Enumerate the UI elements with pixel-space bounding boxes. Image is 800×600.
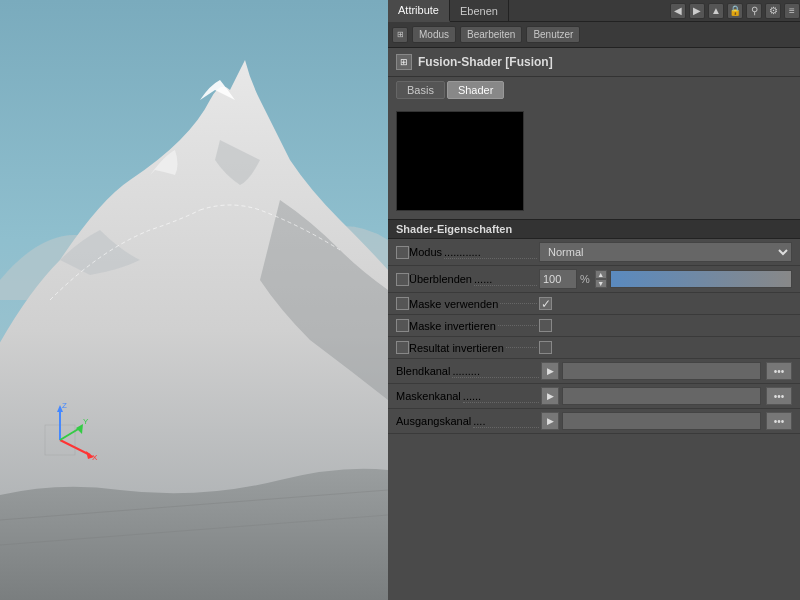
svg-text:Y: Y <box>83 417 89 426</box>
bearbeiten-button[interactable]: Bearbeiten <box>460 26 522 43</box>
maske-verwenden-checkbox[interactable] <box>396 297 409 310</box>
checkmark-icon: ✓ <box>541 297 551 311</box>
ueberblenden-input[interactable] <box>539 269 577 289</box>
ausgangskanal-label-area: Ausgangskanal .... <box>396 415 541 428</box>
maskenkanal-value: ▶ ••• <box>541 387 792 405</box>
maske-verwenden-row: Maske verwenden ✓ <box>388 293 800 315</box>
svg-marker-8 <box>76 424 83 434</box>
blendkanal-arrow[interactable]: ▶ <box>541 362 559 380</box>
properties-panel: Modus ............ Normal Multiplizieren… <box>388 239 800 600</box>
shader-preview <box>396 111 524 211</box>
toolbar-right-icons: ◀ ▶ ▲ 🔒 ⚲ ⚙ ≡ <box>670 0 800 21</box>
secondary-toolbar: ⊞ Modus Bearbeiten Benutzer <box>388 22 800 48</box>
svg-text:Z: Z <box>62 401 67 410</box>
ausgangskanal-menu[interactable]: ••• <box>766 412 792 430</box>
modus-label: Modus <box>409 246 442 258</box>
blendkanal-row: Blendkanal ......... ▶ ••• <box>388 359 800 384</box>
resultat-invertieren-row: Resultat invertieren <box>388 337 800 359</box>
maske-verwenden-label: Maske verwenden <box>409 298 498 310</box>
viewport-3d[interactable]: Z X Y <box>0 0 388 600</box>
maske-invertieren-label: Maske invertieren <box>409 320 496 332</box>
tab-ebenen[interactable]: Ebenen <box>450 0 509 21</box>
sub-tab-basis[interactable]: Basis <box>396 81 445 99</box>
blend-bar <box>610 270 792 288</box>
ausgangskanal-value: ▶ ••• <box>541 412 792 430</box>
grid-icon[interactable]: ⊞ <box>392 27 408 43</box>
maskenkanal-row: Maskenkanal ...... ▶ ••• <box>388 384 800 409</box>
right-panel: Attribute Ebenen ◀ ▶ ▲ 🔒 ⚲ ⚙ ≡ ⊞ Modus B… <box>388 0 800 600</box>
maskenkanal-arrow[interactable]: ▶ <box>541 387 559 405</box>
blendkanal-label-area: Blendkanal ......... <box>396 365 541 378</box>
modus-checkbox[interactable] <box>396 246 409 259</box>
ueberblenden-row: Überblenden ...... % ▲ ▼ <box>388 266 800 293</box>
ausgangskanal-bar <box>562 412 761 430</box>
maske-verwenden-value: ✓ <box>539 297 792 310</box>
modus-value: Normal Multiplizieren Bildschirm Überlag… <box>539 242 792 262</box>
resultat-invertieren-label-area: Resultat invertieren <box>409 342 539 354</box>
ausgangskanal-arrow[interactable]: ▶ <box>541 412 559 430</box>
maske-invertieren-value <box>539 319 792 332</box>
maske-invertieren-check[interactable] <box>539 319 552 332</box>
blend-stepper: ▲ ▼ <box>595 270 607 288</box>
ueberblenden-label: Überblenden <box>409 273 472 285</box>
stepper-up[interactable]: ▲ <box>595 270 607 279</box>
ausgangskanal-row: Ausgangskanal .... ▶ ••• <box>388 409 800 434</box>
search-icon[interactable]: ⚲ <box>746 3 762 19</box>
gear-icon[interactable]: ⚙ <box>765 3 781 19</box>
blendkanal-value: ▶ ••• <box>541 362 792 380</box>
nav-left-icon[interactable]: ◀ <box>670 3 686 19</box>
blendkanal-label: Blendkanal <box>396 365 450 377</box>
percent-label: % <box>580 273 590 285</box>
svg-line-7 <box>60 428 80 440</box>
menu-icon[interactable]: ≡ <box>784 3 800 19</box>
maske-verwenden-check[interactable]: ✓ <box>539 297 552 310</box>
maskenkanal-label: Maskenkanal <box>396 390 461 402</box>
blendkanal-menu[interactable]: ••• <box>766 362 792 380</box>
ausgangskanal-label: Ausgangskanal <box>396 415 471 427</box>
resultat-invertieren-row-checkbox[interactable] <box>396 341 409 354</box>
resultat-invertieren-label: Resultat invertieren <box>409 342 504 354</box>
shader-title: Fusion-Shader [Fusion] <box>418 55 553 69</box>
ueberblenden-checkbox[interactable] <box>396 273 409 286</box>
stepper-down[interactable]: ▼ <box>595 279 607 288</box>
shader-icon: ⊞ <box>396 54 412 70</box>
maskenkanal-menu[interactable]: ••• <box>766 387 792 405</box>
sub-tab-bar: Basis Shader <box>388 77 800 103</box>
tab-attribute[interactable]: Attribute <box>388 0 450 22</box>
maskenkanal-bar <box>562 387 761 405</box>
benutzer-button[interactable]: Benutzer <box>526 26 580 43</box>
maske-verwenden-label-area: Maske verwenden <box>409 298 539 310</box>
ueberblenden-label-area: Überblenden ...... <box>409 273 539 286</box>
blendkanal-bar <box>562 362 761 380</box>
maskenkanal-label-area: Maskenkanal ...... <box>396 390 541 403</box>
modus-row: Modus ............ Normal Multiplizieren… <box>388 239 800 266</box>
svg-text:X: X <box>92 453 98 462</box>
preview-area <box>388 103 800 219</box>
axis-widget: Z X Y <box>20 400 100 480</box>
resultat-invertieren-value <box>539 341 792 354</box>
modus-button[interactable]: Modus <box>412 26 456 43</box>
modus-label-area: Modus ............ <box>409 246 539 259</box>
nav-up-icon[interactable]: ▲ <box>708 3 724 19</box>
lock-icon[interactable]: 🔒 <box>727 3 743 19</box>
sub-tab-shader[interactable]: Shader <box>447 81 504 99</box>
resultat-invertieren-check[interactable] <box>539 341 552 354</box>
shader-header: ⊞ Fusion-Shader [Fusion] <box>388 48 800 77</box>
maske-invertieren-label-area: Maske invertieren <box>409 320 539 332</box>
maske-invertieren-row-checkbox[interactable] <box>396 319 409 332</box>
nav-right-icon[interactable]: ▶ <box>689 3 705 19</box>
maske-invertieren-row: Maske invertieren <box>388 315 800 337</box>
section-header: Shader-Eigenschaften <box>388 219 800 239</box>
main-tab-bar: Attribute Ebenen ◀ ▶ ▲ 🔒 ⚲ ⚙ ≡ <box>388 0 800 22</box>
ueberblenden-value: % ▲ ▼ <box>539 269 792 289</box>
modus-select[interactable]: Normal Multiplizieren Bildschirm Überlag… <box>539 242 792 262</box>
